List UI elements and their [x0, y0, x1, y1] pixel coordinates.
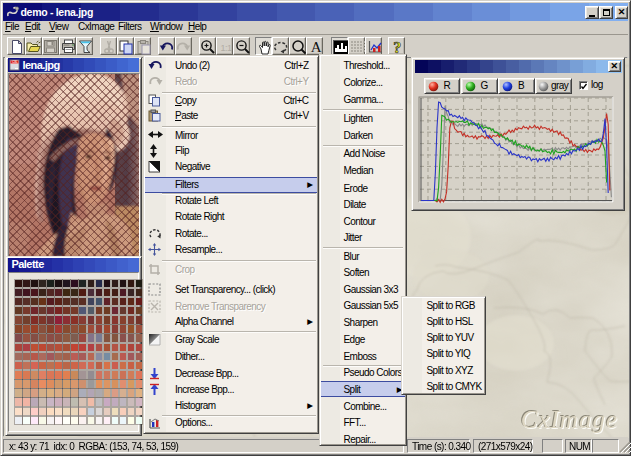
svg-text:1:1: 1:1 [220, 42, 231, 52]
svg-text:CXL: CXL [11, 60, 17, 64]
svg-text:A: A [311, 39, 322, 55]
svg-text:?: ? [393, 39, 401, 55]
